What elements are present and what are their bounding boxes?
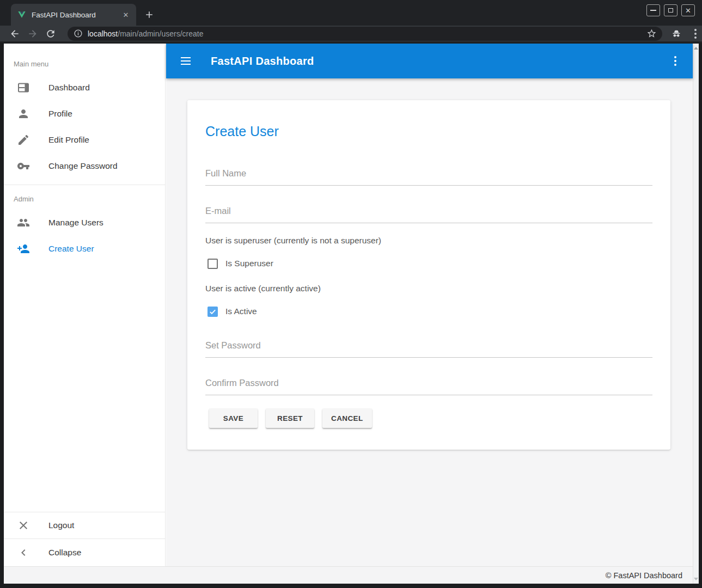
sidebar-item-logout[interactable]: Logout <box>4 512 165 538</box>
app-menu-button[interactable] <box>669 54 682 68</box>
set-password-input[interactable] <box>205 340 652 351</box>
address-bar[interactable]: localhost/main/admin/users/create <box>68 27 662 41</box>
sidebar-item-change-password[interactable]: Change Password <box>4 153 165 179</box>
page-footer: © FastAPI Dashboard <box>4 566 693 584</box>
sidebar-item-create-user[interactable]: Create User <box>4 236 165 262</box>
content-area: Create User User is superuser (currently… <box>166 78 693 566</box>
plus-icon <box>144 9 155 20</box>
copyright-text: © FastAPI Dashboard <box>606 571 682 580</box>
set-password-field-wrap <box>205 340 652 358</box>
chevron-left-icon <box>17 546 30 559</box>
browser-tabstrip: FastAPI Dashboard ✕ ✕ <box>0 0 702 26</box>
hamburger-menu-icon[interactable] <box>179 54 192 68</box>
create-user-card: Create User User is superuser (currently… <box>187 100 670 450</box>
url-path: /main/admin/users/create <box>118 29 203 38</box>
save-button[interactable]: SAVE <box>209 408 258 428</box>
email-field-wrap <box>205 205 652 223</box>
cancel-button[interactable]: CANCEL <box>322 408 372 428</box>
minimize-icon <box>650 10 656 11</box>
sidebar-item-label: Manage Users <box>48 218 103 228</box>
people-icon <box>17 216 30 229</box>
sidebar: Main menu Dashboard Profile Edit Profile <box>4 44 166 566</box>
reset-button[interactable]: RESET <box>266 408 314 428</box>
active-hint: User is active (currently active) <box>205 283 652 294</box>
superuser-checkbox-label: Is Superuser <box>225 259 273 268</box>
close-icon <box>17 519 30 532</box>
person-add-icon <box>17 242 30 255</box>
browser-tab[interactable]: FastAPI Dashboard ✕ <box>11 4 136 26</box>
incognito-icon <box>671 28 682 39</box>
scroll-up-arrow-icon[interactable] <box>694 47 698 50</box>
sidebar-item-edit-profile[interactable]: Edit Profile <box>4 127 165 153</box>
close-window-button[interactable]: ✕ <box>681 4 695 16</box>
superuser-hint: User is superuser (currently is not a su… <box>205 235 652 246</box>
window-controls: ✕ <box>646 4 695 16</box>
url-text: localhost/main/admin/users/create <box>88 29 203 38</box>
active-checkbox-row[interactable]: Is Active <box>205 305 652 318</box>
confirm-password-field-wrap <box>205 377 652 395</box>
maximize-icon <box>668 8 673 13</box>
new-tab-button[interactable] <box>143 8 156 21</box>
confirm-password-input[interactable] <box>205 377 652 388</box>
dashboard-icon <box>17 81 30 94</box>
checkbox-checked-icon[interactable] <box>207 307 218 317</box>
sidebar-item-label: Edit Profile <box>48 135 89 145</box>
info-icon[interactable] <box>74 29 83 38</box>
sidebar-section-header: Main menu <box>4 44 165 75</box>
forward-icon[interactable] <box>27 28 38 39</box>
back-icon[interactable] <box>9 28 20 39</box>
sidebar-item-dashboard[interactable]: Dashboard <box>4 75 165 101</box>
app-toolbar: FastAPI Dashboard <box>166 44 693 78</box>
close-icon: ✕ <box>685 7 691 14</box>
tab-title: FastAPI Dashboard <box>32 11 121 19</box>
button-row: SAVE RESET CANCEL <box>209 408 652 428</box>
sidebar-bottom: Logout Collapse <box>4 512 165 566</box>
pencil-icon <box>17 133 30 146</box>
sidebar-section-header: Admin <box>4 185 165 210</box>
star-icon[interactable] <box>646 28 657 39</box>
sidebar-item-label: Logout <box>48 520 74 530</box>
menu-dots-icon <box>674 56 676 58</box>
sidebar-item-manage-users[interactable]: Manage Users <box>4 210 165 236</box>
check-icon <box>209 308 217 316</box>
reload-icon[interactable] <box>45 28 56 39</box>
minimize-button[interactable] <box>646 4 660 16</box>
scroll-down-arrow-icon[interactable] <box>694 578 698 580</box>
page-scrollbar[interactable] <box>693 44 699 584</box>
main-area: FastAPI Dashboard Create User User is su… <box>166 44 693 566</box>
menu-dots-icon <box>694 29 697 31</box>
sidebar-item-label: Collapse <box>48 548 81 558</box>
checkbox-unchecked-icon[interactable] <box>207 259 218 269</box>
active-checkbox-label: Is Active <box>225 307 257 316</box>
sidebar-item-label: Change Password <box>48 161 118 171</box>
tab-close-icon[interactable]: ✕ <box>121 10 131 20</box>
full-name-input[interactable] <box>205 168 652 179</box>
sidebar-item-profile[interactable]: Profile <box>4 101 165 127</box>
app-title: FastAPI Dashboard <box>211 55 314 68</box>
sidebar-item-label: Profile <box>48 109 72 119</box>
vue-logo-icon <box>17 10 26 19</box>
maximize-button[interactable] <box>664 4 677 16</box>
url-host: localhost <box>88 29 118 38</box>
web-page: Main menu Dashboard Profile Edit Profile <box>4 44 699 584</box>
sidebar-item-label: Create User <box>48 244 94 254</box>
browser-toolbar: localhost/main/admin/users/create <box>0 26 702 42</box>
sidebar-item-collapse[interactable]: Collapse <box>4 539 165 566</box>
person-icon <box>17 107 30 120</box>
page-title: Create User <box>205 123 652 139</box>
superuser-checkbox-row[interactable]: Is Superuser <box>205 257 652 270</box>
key-icon <box>17 160 30 173</box>
browser-menu-button[interactable] <box>689 27 702 40</box>
email-input[interactable] <box>205 205 652 216</box>
sidebar-item-label: Dashboard <box>48 83 90 93</box>
full-name-field-wrap <box>205 168 652 186</box>
